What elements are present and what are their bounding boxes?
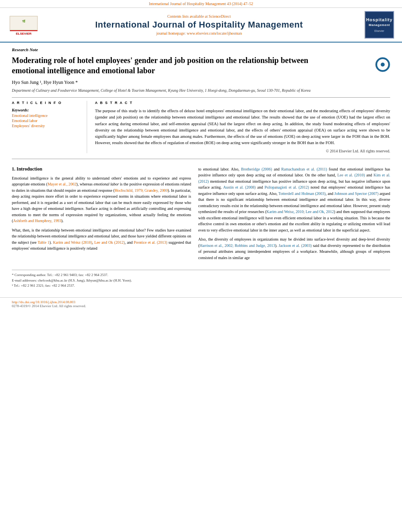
hospitality-logo: Hospitality Management Elsevier <box>365 11 394 39</box>
svg-text:ELSEVIER: ELSEVIER <box>16 32 32 35</box>
svg-text:✓: ✓ <box>381 63 384 67</box>
abstract-section: A B S T R A C T The purpose of this stud… <box>95 101 390 153</box>
footnote-section: * Corresponding author. Tel.: +82 2 961 … <box>12 270 390 289</box>
main-content: Research Note Moderating role of hotel e… <box>0 43 402 293</box>
introduction-heading: 1. Introduction <box>12 166 191 172</box>
keywords-label: Keywords: <box>12 108 79 112</box>
article-info-section: A R T I C L E I N F O Keywords: Emotiona… <box>12 101 79 153</box>
doi-link[interactable]: http://dx.doi.org/10.1016/j.ijhm.2014.08… <box>12 300 390 304</box>
article-type-label: Research Note <box>12 47 390 52</box>
abstract-title: A B S T R A C T <box>95 101 390 105</box>
journal-header: 🌿 ELSEVIER Contents lists available at S… <box>0 8 402 43</box>
crossmark-icon: ✓ <box>375 57 390 72</box>
divider-1 <box>12 97 390 98</box>
svg-rect-0 <box>10 16 37 30</box>
right-paragraph-1: to emotional labor. Also, Brotheridge (2… <box>198 166 390 261</box>
footnote-corresponding: * Corresponding author. Tel.: +82 2 961 … <box>12 272 390 289</box>
svg-text:🌿: 🌿 <box>22 19 26 23</box>
authors-line: Hyo Sun Jung ¹, Hye Hyun Yoon * <box>12 80 390 85</box>
divider-2 <box>12 159 390 159</box>
article-info-abstract: A R T I C L E I N F O Keywords: Emotiona… <box>12 101 390 153</box>
author-names: Hyo Sun Jung ¹, Hye Hyun Yoon * <box>12 80 78 85</box>
footer-bar: http://dx.doi.org/10.1016/j.ijhm.2014.08… <box>0 297 402 310</box>
body-right-column: to emotional labor. Also, Brotheridge (2… <box>198 166 390 264</box>
affiliation: Department of Culinary and Foodservice M… <box>12 87 390 93</box>
body-left-column: 1. Introduction Emotional intelligence i… <box>12 166 191 264</box>
keyword-2: Emotional labor <box>12 119 79 123</box>
vertical-divider <box>87 101 87 153</box>
keyword-1: Emotional intelligence <box>12 113 79 118</box>
journal-title: International Journal of Hospitality Man… <box>39 20 359 30</box>
keyword-3: Employees' diversity <box>12 124 79 128</box>
body-section: 1. Introduction Emotional intelligence i… <box>12 166 390 264</box>
intro-paragraph-1: Emotional intelligence is the general ab… <box>12 175 191 252</box>
journal-citation: International Journal of Hospitality Man… <box>0 0 402 8</box>
article-info-title: A R T I C L E I N F O <box>12 101 79 105</box>
elsevier-logo: 🌿 ELSEVIER <box>8 14 39 36</box>
issn-text: 0278-4319/© 2014 Elsevier Ltd. All right… <box>12 304 390 308</box>
contents-available: Contents lists available at ScienceDirec… <box>39 14 359 19</box>
abstract-copyright: © 2014 Elsevier Ltd. All rights reserved… <box>95 149 390 153</box>
journal-homepage: journal homepage: www.elsevier.com/locat… <box>39 31 359 35</box>
abstract-text: The purpose of this study is to identify… <box>95 108 390 146</box>
journal-title-block: Contents lists available at ScienceDirec… <box>39 14 359 35</box>
article-title: Moderating role of hotel employees' gend… <box>12 55 343 76</box>
